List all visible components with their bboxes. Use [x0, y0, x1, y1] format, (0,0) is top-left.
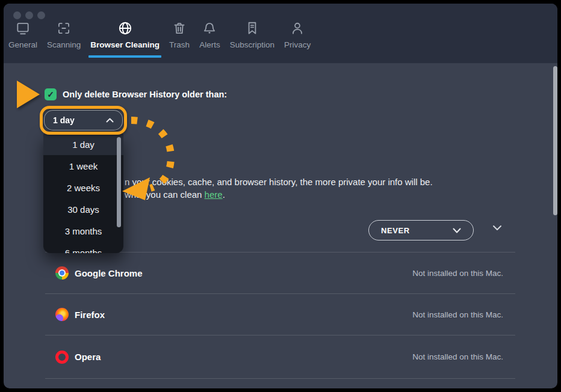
tab-subscription[interactable]: Subscription — [230, 20, 274, 49]
never-dropdown-value: NEVER — [381, 226, 410, 235]
never-dropdown-button[interactable]: NEVER — [368, 220, 474, 240]
browser-status: Not installed on this Mac. — [412, 352, 503, 361]
expand-section-chevron-icon[interactable] — [492, 225, 502, 231]
browser-status: Not installed on this Mac. — [412, 269, 503, 278]
globe-icon — [117, 20, 133, 36]
scan-frame-icon — [56, 20, 72, 36]
tab-label: Trash — [169, 40, 190, 49]
chrome-icon — [55, 266, 69, 280]
opera-icon — [55, 351, 69, 364]
menu-option-1-day[interactable]: 1 day — [43, 133, 123, 155]
tab-alerts[interactable]: Alerts — [199, 20, 220, 49]
privacy-info-text: n your cookies, cache, and browser histo… — [125, 176, 433, 201]
chevron-up-icon — [106, 118, 114, 123]
menu-option-30-days[interactable]: 30 days — [43, 198, 123, 220]
period-dropdown-button[interactable]: 1 day — [44, 110, 123, 130]
tab-privacy[interactable]: Privacy — [284, 20, 311, 49]
menu-option-2-weeks[interactable]: 2 weeks — [43, 177, 123, 198]
zoom-button[interactable] — [37, 11, 45, 19]
here-link[interactable]: here — [205, 189, 223, 200]
bell-icon — [202, 20, 217, 36]
person-icon — [290, 20, 305, 36]
tab-label: General — [8, 40, 37, 49]
period-dropdown-value: 1 day — [53, 115, 75, 125]
period-dropdown-menu: 1 day 1 week 2 weeks 30 days 3 months 6 … — [43, 133, 123, 253]
tab-label: Scanning — [47, 40, 81, 49]
browser-name: Google Chrome — [75, 268, 143, 278]
annotation-arrow-right-icon — [17, 81, 40, 108]
titlebar-toolbar: General Scanning Browser Cleaning — [4, 4, 557, 63]
toolbar-tabs: General Scanning Browser Cleaning — [8, 20, 311, 49]
browser-name: Firefox — [75, 310, 105, 320]
annotation-highlight-box: 1 day — [40, 106, 127, 135]
tab-label: Alerts — [199, 40, 220, 49]
trash-icon — [172, 20, 187, 36]
browser-status: Not installed on this Mac. — [412, 310, 503, 319]
tab-trash[interactable]: Trash — [169, 20, 190, 49]
screenshot-stage: General Scanning Browser Cleaning — [0, 0, 561, 392]
only-delete-older-checkbox[interactable]: ✓ — [45, 88, 57, 100]
menu-scrollbar[interactable] — [117, 137, 121, 227]
tab-label: Browser Cleaning — [90, 40, 160, 49]
window-scrollbar[interactable] — [553, 66, 557, 215]
firefox-icon — [55, 308, 69, 321]
close-button[interactable] — [13, 11, 21, 19]
tab-label: Subscription — [230, 40, 274, 49]
tab-browser-cleaning[interactable]: Browser Cleaning — [90, 20, 160, 49]
browser-list: Google Chrome Not installed on this Mac.… — [45, 252, 515, 379]
menu-option-3-months[interactable]: 3 months — [43, 220, 123, 242]
browser-row-chrome: Google Chrome Not installed on this Mac. — [45, 253, 515, 294]
display-icon — [15, 20, 31, 36]
tab-scanning[interactable]: Scanning — [47, 20, 81, 49]
menu-option-6-months[interactable]: 6 months — [43, 242, 123, 253]
bookmark-icon — [244, 20, 260, 36]
check-icon: ✓ — [47, 90, 54, 99]
info-line-2: what you can clean here. — [125, 188, 433, 201]
tab-general[interactable]: General — [8, 20, 37, 49]
browser-row-firefox: Firefox Not installed on this Mac. — [45, 294, 515, 335]
checkbox-label: Only delete Browser History older than: — [63, 90, 227, 99]
preferences-window: General Scanning Browser Cleaning — [4, 4, 557, 388]
minimize-button[interactable] — [25, 11, 33, 19]
tab-label: Privacy — [284, 40, 311, 49]
history-age-setting: ✓ Only delete Browser History older than… — [45, 88, 227, 100]
chevron-down-icon — [453, 228, 461, 233]
menu-option-1-week[interactable]: 1 week — [43, 155, 123, 177]
info-line-1: n your cookies, cache, and browser histo… — [125, 176, 433, 188]
browser-name: Opera — [75, 352, 101, 362]
browser-row-opera: Opera Not installed on this Mac. — [45, 335, 515, 379]
traffic-lights — [13, 11, 45, 19]
